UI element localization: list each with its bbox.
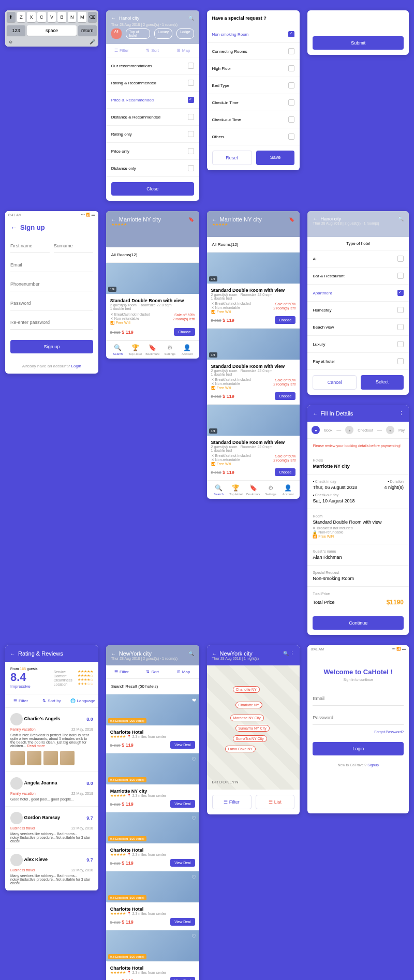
back-icon[interactable]: ← bbox=[111, 217, 116, 222]
hoteltype-option[interactable]: Apartment bbox=[307, 285, 409, 302]
search-icon[interactable]: 🔍 bbox=[188, 16, 194, 21]
sort-option[interactable]: Rating & Recommended bbox=[106, 75, 199, 92]
hoteltype-option[interactable]: Beach view bbox=[307, 319, 409, 336]
hotel-card[interactable]: 9.8 Excellent (100 votes)♡ Charlotte Hot… bbox=[106, 871, 199, 930]
back-icon[interactable]: ← bbox=[212, 217, 217, 222]
request-option[interactable]: Check-in Time bbox=[207, 94, 300, 111]
cancel-button[interactable]: Cancel bbox=[313, 375, 357, 390]
login-button[interactable]: Login bbox=[313, 742, 404, 755]
request-option[interactable]: Check-out Time bbox=[207, 111, 300, 128]
hotel-card[interactable]: 9.8 Excellent (200 votes)❤ Charlotte Hot… bbox=[106, 694, 199, 753]
view-deal-button[interactable]: View Deal bbox=[170, 918, 195, 926]
firstname-input[interactable] bbox=[10, 239, 50, 253]
submit-button[interactable]: Submit bbox=[313, 36, 404, 50]
reset-button[interactable]: Reset bbox=[212, 151, 252, 165]
forgot-link[interactable]: Forgot Password? bbox=[374, 730, 404, 734]
login-link[interactable]: Login bbox=[71, 364, 81, 368]
list-button[interactable]: ☰ List bbox=[256, 795, 295, 809]
request-option[interactable]: Non-smoking Room bbox=[207, 26, 300, 43]
hotel-card[interactable]: 9.8 Excellent (100 votes)♡ Marriotte NY … bbox=[106, 753, 199, 812]
sort-option[interactable]: Price & Recommended bbox=[106, 92, 199, 109]
password-input[interactable] bbox=[10, 296, 93, 310]
newyork-map-screen: ←NewYork city🔍 ⋮ Thur 28 Aug 2018 | 1 ni… bbox=[207, 645, 300, 814]
hotel-card[interactable]: 9.8 Excellent (100 votes)♡ Charlotte Hot… bbox=[106, 812, 199, 871]
all-rooms-label: All Rooms(12) bbox=[106, 247, 199, 263]
back-icon[interactable]: ← bbox=[313, 411, 317, 417]
save-button[interactable]: Save bbox=[256, 151, 295, 165]
map-view[interactable]: Charlotte NY Charlotte NY Marriotte NY C… bbox=[207, 665, 300, 790]
fill-details-screen: ←Fill In Details⋮ ●Book—●Checkout—●Pay P… bbox=[307, 405, 409, 635]
continue-button[interactable]: Continue bbox=[313, 616, 404, 630]
back-icon[interactable]: ← bbox=[10, 224, 17, 231]
page-title: Hanoi city bbox=[119, 16, 140, 21]
signup-screen: 8:41 AM••• 📶 ▬ ←Sign up Sign up Already … bbox=[5, 211, 98, 374]
modal-title: Type of hotel bbox=[307, 237, 409, 250]
choose-button[interactable]: Choose bbox=[275, 316, 295, 324]
request-option[interactable]: Connecting Rooms bbox=[207, 43, 300, 60]
choose-button[interactable]: Choose bbox=[275, 392, 295, 400]
request-option[interactable]: High Floor bbox=[207, 60, 300, 77]
hoteltype-option[interactable]: Bar & Restaurant bbox=[307, 268, 409, 285]
back-icon[interactable]: ← bbox=[10, 651, 15, 657]
more-icon[interactable]: ⋮ bbox=[399, 411, 404, 416]
email-input[interactable] bbox=[313, 692, 404, 706]
heart-icon[interactable]: ♡ bbox=[191, 933, 196, 939]
backspace-key[interactable]: ⌫ bbox=[88, 12, 97, 22]
total-price: $1190 bbox=[387, 599, 404, 606]
hoteltype-option[interactable]: Luxury bbox=[307, 336, 409, 353]
request-option[interactable]: Others bbox=[207, 128, 300, 145]
search-icon[interactable]: 🔍 bbox=[283, 651, 289, 656]
emoji-icon[interactable]: ☺ bbox=[8, 39, 13, 44]
section-title: Have a special request ? bbox=[207, 10, 300, 26]
review-item: Angela Joanna8.0 Family vacation22 May, … bbox=[5, 772, 98, 807]
page-title: Rating & Reviews bbox=[18, 650, 63, 657]
sort-option[interactable]: Price only bbox=[106, 143, 199, 160]
back-icon[interactable]: ← bbox=[111, 651, 116, 657]
hoteltype-option[interactable]: Homestay bbox=[307, 302, 409, 319]
choose-button[interactable]: Choose bbox=[275, 468, 295, 476]
heart-icon[interactable]: ♡ bbox=[191, 815, 196, 821]
bookmark-icon[interactable]: 🔖 bbox=[188, 217, 194, 222]
room-card: 1/4 Standard Double Room with view 2 gue… bbox=[207, 405, 300, 481]
sort-option[interactable]: Distance only bbox=[106, 160, 199, 177]
hoteltype-option[interactable]: Pay at hotel bbox=[307, 353, 409, 370]
filter-button[interactable]: ☰ Filter bbox=[212, 795, 252, 809]
hoteltype-option[interactable]: All bbox=[307, 250, 409, 268]
page-title: Sign up bbox=[20, 224, 45, 231]
bookmark-icon: 🔖 bbox=[144, 344, 161, 351]
surname-input[interactable] bbox=[54, 239, 93, 253]
email-input[interactable] bbox=[10, 258, 93, 272]
heart-icon[interactable]: ♡ bbox=[191, 756, 196, 762]
sort-option[interactable]: Rating only bbox=[106, 126, 199, 143]
phone-input[interactable] bbox=[10, 277, 93, 291]
heart-icon[interactable]: ♡ bbox=[191, 874, 196, 880]
choose-button[interactable]: Choose bbox=[174, 328, 195, 336]
back-icon[interactable]: ← bbox=[212, 651, 217, 657]
shift-key[interactable]: ⬆ bbox=[7, 12, 16, 22]
search-icon[interactable]: 🔍 bbox=[188, 651, 194, 656]
signup-button[interactable]: Sign up bbox=[10, 340, 93, 353]
view-deal-button[interactable]: View Deal bbox=[170, 859, 195, 867]
reenter-input[interactable] bbox=[10, 316, 93, 330]
filter-icon: ☰ bbox=[114, 48, 118, 53]
submit-screen: Submit bbox=[307, 10, 409, 55]
signup-link[interactable]: Signup bbox=[367, 763, 379, 767]
close-button[interactable]: Close bbox=[111, 182, 194, 196]
reviews-screen: ←Rating & Reviews From 168 guests 8.4 Im… bbox=[5, 645, 98, 890]
welcome-screen-2: 8:41 AM••• 📶 ▬ Welcome to CaHotel ! Sign… bbox=[307, 645, 409, 813]
select-button[interactable]: Select bbox=[361, 375, 404, 390]
request-option[interactable]: Bed Type bbox=[207, 77, 300, 94]
password-input[interactable] bbox=[313, 711, 404, 725]
hotel-card[interactable]: 9.8 Excellent (100 votes)♡ Charlotte Hot… bbox=[106, 930, 199, 980]
back-icon[interactable]: ← bbox=[111, 16, 116, 21]
sort-option[interactable]: Our recommendations bbox=[106, 57, 199, 75]
view-deal-button[interactable]: View Deal bbox=[170, 800, 195, 808]
more-icon[interactable]: ⋮ bbox=[290, 651, 294, 656]
view-deal-button[interactable]: View Deal bbox=[170, 741, 195, 749]
view-deal-button[interactable]: View Deal bbox=[170, 977, 195, 980]
mic-icon[interactable]: 🎤 bbox=[90, 39, 95, 44]
sort-option[interactable]: Distance & Recommended bbox=[106, 109, 199, 126]
marriotte-screen: ←Marriotte NY city🔖 ★★★★★ All Rooms(12) … bbox=[106, 211, 199, 359]
bookmark-icon[interactable]: 🔖 bbox=[289, 217, 294, 222]
heart-icon[interactable]: ❤ bbox=[192, 697, 196, 703]
